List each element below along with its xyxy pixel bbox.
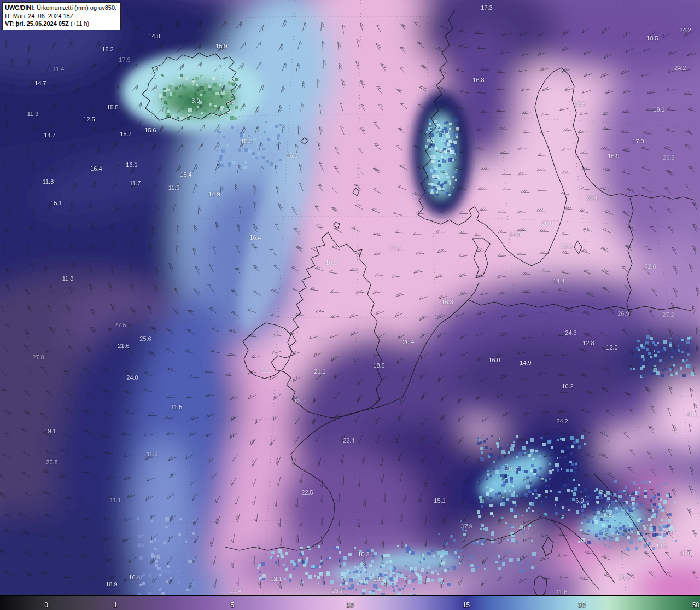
colorbar-tick: 10 (346, 601, 353, 609)
colorbar-tick: 30 (578, 601, 585, 609)
colorbar-tick: 50 (692, 601, 699, 609)
colorbar: 01510153050 (0, 595, 700, 610)
map-field (0, 0, 700, 610)
title-line-init: IT: Mán. 24. 06. 2024 18Z (5, 12, 116, 20)
title-line-model: UWC/DINI: Úrkomumætti (mm) og uv850. (5, 4, 116, 12)
product-name: Úrkomumætti (mm) og uv850. (35, 4, 116, 11)
colorbar-tick: 5 (231, 601, 235, 609)
colorbar-tick: 1 (114, 601, 118, 609)
init-time: IT: Mán. 24. 06. 2024 18Z (5, 13, 73, 19)
title-line-valid: VT: þri. 25.06.2024 05Z (+11 h) (5, 20, 116, 28)
title-box: UWC/DINI: Úrkomumætti (mm) og uv850. IT:… (2, 2, 121, 30)
precipitation-map: 17.324.214.815.918.515.217.911.414.716.8… (0, 0, 700, 610)
colorbar-tick: 0 (44, 601, 48, 609)
valid-offset: (+11 h) (69, 20, 89, 27)
colorbar-tick: 15 (463, 601, 470, 609)
valid-time: VT: þri. 25.06.2024 05Z (5, 20, 69, 27)
model-name: UWC/DINI: (5, 4, 35, 11)
